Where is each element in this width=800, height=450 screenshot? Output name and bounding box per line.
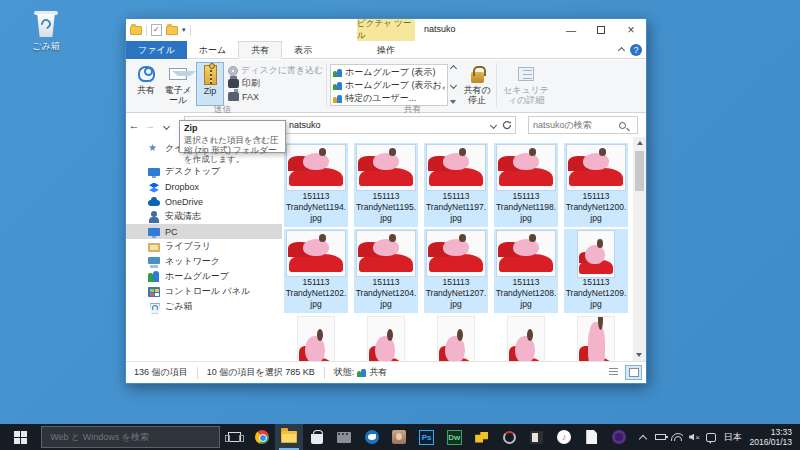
share-homegroup-edit[interactable]: ホームグループ (表示および編集) bbox=[333, 79, 445, 92]
file-item[interactable] bbox=[564, 315, 628, 361]
sidebar-item-homegroup[interactable]: ホームグループ bbox=[126, 269, 282, 284]
thunderbird-taskbar-button[interactable] bbox=[358, 424, 386, 450]
sidebar-item-recycle-bin[interactable]: ごみ箱 bbox=[126, 299, 282, 314]
print-button[interactable]: 印刷 bbox=[228, 77, 324, 90]
photo-thumbnail bbox=[497, 145, 555, 190]
user-icon bbox=[148, 211, 160, 223]
fax-button[interactable]: FAX bbox=[228, 90, 324, 103]
photo-viewer-taskbar-button[interactable] bbox=[385, 424, 413, 450]
photo-thumbnail bbox=[287, 145, 345, 190]
start-button[interactable] bbox=[0, 424, 41, 450]
scroll-up-arrow-icon[interactable] bbox=[633, 137, 646, 149]
back-arrow-icon[interactable]: ← bbox=[126, 119, 142, 131]
ime-indicator[interactable]: 日本 bbox=[720, 431, 746, 444]
file-explorer-taskbar-button[interactable] bbox=[275, 424, 303, 450]
dreamweaver-taskbar-button[interactable]: Dw bbox=[440, 424, 468, 450]
share-specific-users[interactable]: 特定のユーザー... bbox=[333, 92, 445, 105]
sidebar-item-desktop[interactable]: デスクトップ bbox=[126, 164, 282, 179]
close-button[interactable]: × bbox=[616, 19, 646, 41]
file-item[interactable] bbox=[494, 315, 558, 361]
scrollbar-thumb[interactable] bbox=[635, 151, 644, 191]
chrome-taskbar-button[interactable] bbox=[248, 424, 276, 450]
zip-button[interactable]: Zip bbox=[196, 62, 224, 106]
title-bar[interactable]: ▾ ピクチャ ツール natsuko — × bbox=[126, 19, 646, 41]
tab-manage[interactable]: 操作 bbox=[357, 41, 415, 59]
details-view-button[interactable] bbox=[605, 365, 622, 380]
sidebar-item-user[interactable]: 安蔵清志 bbox=[126, 209, 282, 224]
document-app-taskbar-button[interactable] bbox=[578, 424, 606, 450]
customize-quick-access-arrow[interactable]: ▾ bbox=[182, 26, 186, 34]
sidebar-item-dropbox[interactable]: Dropbox bbox=[126, 179, 282, 194]
printer-icon bbox=[228, 79, 239, 88]
tab-view[interactable]: 表示 bbox=[282, 41, 324, 59]
share-button[interactable]: 共有 bbox=[132, 62, 160, 106]
file-item[interactable]: 151113TrandyNet1204.jpg bbox=[354, 229, 418, 313]
thumbnail-view-button[interactable] bbox=[625, 365, 642, 380]
breadcrumb-path[interactable]: natsuko bbox=[289, 120, 321, 130]
file-item[interactable]: 151113TrandyNet1209.jpg bbox=[564, 229, 628, 313]
taskbar-search-box[interactable] bbox=[41, 426, 220, 448]
file-item[interactable]: 151113TrandyNet1207.jpg bbox=[424, 229, 488, 313]
file-item[interactable]: 151113TrandyNet1200.jpg bbox=[564, 143, 628, 227]
purple-app-taskbar-button[interactable] bbox=[605, 424, 633, 450]
search-input[interactable] bbox=[529, 120, 619, 130]
store-taskbar-button[interactable] bbox=[303, 424, 331, 450]
maximize-button[interactable] bbox=[586, 19, 616, 41]
share-list-scroll[interactable] bbox=[449, 64, 457, 106]
sidebar-item-pc[interactable]: PC bbox=[126, 224, 282, 239]
stop-sharing-button[interactable]: 共有の停止 bbox=[460, 62, 494, 106]
film-app-taskbar-button[interactable] bbox=[330, 424, 358, 450]
file-item[interactable]: 151113TrandyNet1198.jpg bbox=[494, 143, 558, 227]
taskbar-search-input[interactable] bbox=[50, 432, 210, 442]
volume-muted-icon[interactable]: × bbox=[686, 433, 703, 442]
new-folder-icon[interactable] bbox=[166, 26, 178, 35]
refresh-icon[interactable] bbox=[502, 120, 512, 130]
recycle-bin-desktop-icon[interactable]: ごみ箱 bbox=[18, 8, 74, 53]
sidebar-item-network[interactable]: ネットワーク bbox=[126, 254, 282, 269]
dictionary-book-icon bbox=[530, 431, 543, 444]
tab-share[interactable]: 共有 bbox=[238, 41, 282, 59]
sidebar-item-onedrive[interactable]: OneDrive bbox=[126, 194, 282, 209]
taskbar-clock[interactable]: 13:33 2016/01/13 bbox=[746, 427, 800, 447]
battery-icon[interactable] bbox=[652, 434, 669, 440]
task-view-button[interactable] bbox=[220, 424, 248, 450]
scroll-down-arrow-icon[interactable] bbox=[636, 353, 642, 357]
file-item[interactable] bbox=[354, 315, 418, 361]
minimize-ribbon-chevron-icon[interactable] bbox=[619, 45, 624, 55]
sidebar-item-control-panel[interactable]: コントロール パネル bbox=[126, 284, 282, 299]
photoshop-taskbar-button[interactable]: Ps bbox=[413, 424, 441, 450]
file-item[interactable]: 151113TrandyNet1208.jpg bbox=[494, 229, 558, 313]
vertical-scrollbar[interactable] bbox=[633, 137, 646, 361]
search-box[interactable] bbox=[528, 116, 638, 134]
minimize-button[interactable]: — bbox=[556, 19, 586, 41]
file-item[interactable] bbox=[424, 315, 488, 361]
file-item[interactable]: 151113TrandyNet1197.jpg bbox=[424, 143, 488, 227]
file-item[interactable]: 151113TrandyNet1202.jpg bbox=[284, 229, 348, 313]
file-item[interactable]: 151113TrandyNet1194.jpg bbox=[284, 143, 348, 227]
email-button[interactable]: 電子メール bbox=[162, 62, 194, 106]
wifi-icon[interactable] bbox=[669, 433, 686, 441]
ribbon-tab-row: ファイル ホーム 共有 表示 操作 bbox=[126, 41, 646, 59]
ffftp-taskbar-button[interactable] bbox=[468, 424, 496, 450]
properties-icon[interactable] bbox=[151, 24, 162, 36]
action-center-icon[interactable] bbox=[703, 433, 720, 442]
hidden-icons-chevron-icon[interactable] bbox=[635, 433, 652, 442]
file-item[interactable]: 151113TrandyNet1195.jpg bbox=[354, 143, 418, 227]
advanced-security-button[interactable]: セキュリティの詳細 bbox=[500, 62, 552, 106]
homegroup-icon bbox=[333, 82, 342, 90]
burn-to-disc-button[interactable]: ディスクに書き込む bbox=[228, 64, 324, 77]
photo-thumbnail bbox=[508, 317, 544, 361]
address-dropdown-chevron-icon[interactable] bbox=[491, 120, 496, 130]
itunes-taskbar-button[interactable]: ♪ bbox=[550, 424, 578, 450]
photo-thumbnail bbox=[357, 231, 415, 276]
tab-home[interactable]: ホーム bbox=[187, 41, 238, 59]
share-homegroup-view[interactable]: ホームグループ (表示) bbox=[333, 66, 445, 79]
swirl-app-taskbar-button[interactable] bbox=[495, 424, 523, 450]
file-item[interactable] bbox=[284, 315, 348, 361]
forward-arrow-icon[interactable]: → bbox=[142, 119, 158, 131]
help-icon[interactable]: ? bbox=[630, 44, 642, 56]
recent-locations-chevron-icon[interactable] bbox=[158, 119, 174, 131]
dictionary-taskbar-button[interactable] bbox=[523, 424, 551, 450]
sidebar-item-libraries[interactable]: ライブラリ bbox=[126, 239, 282, 254]
tab-file[interactable]: ファイル bbox=[126, 41, 187, 59]
